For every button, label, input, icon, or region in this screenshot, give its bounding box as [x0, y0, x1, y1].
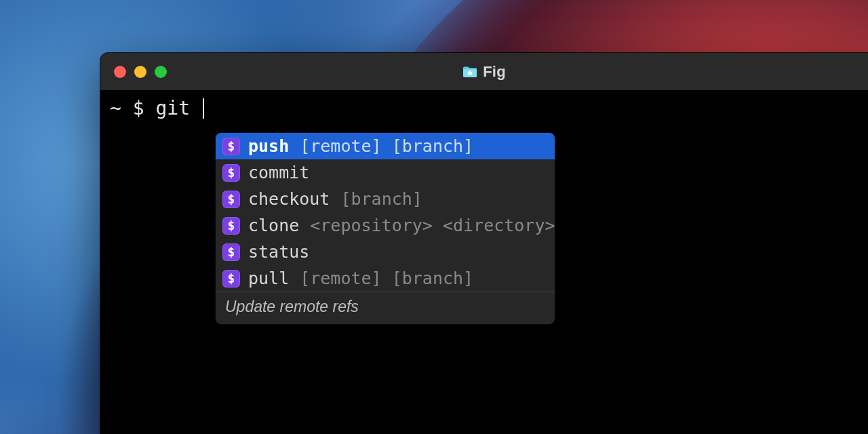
subcommand-icon: $ [222, 243, 240, 261]
autocomplete-item-name: pull [248, 269, 289, 288]
prompt-prefix: ~ $ [110, 97, 155, 119]
autocomplete-item-args: [branch] [340, 189, 422, 209]
autocomplete-item-name: checkout [248, 189, 330, 209]
zoom-button[interactable] [155, 66, 167, 78]
prompt-line: ~ $ git [110, 97, 859, 119]
subcommand-icon: $ [222, 164, 240, 182]
autocomplete-item-clone[interactable]: $clone<repository> <directory> [216, 212, 555, 239]
subcommand-icon: $ [222, 270, 240, 288]
terminal-body[interactable]: ~ $ git [100, 90, 868, 126]
autocomplete-item-push[interactable]: $push[remote] [branch] [216, 133, 555, 159]
text-cursor [203, 98, 204, 119]
autocomplete-item-args: [remote] [branch] [300, 136, 473, 156]
autocomplete-description: Update remote refs [216, 292, 555, 324]
autocomplete-item-status[interactable]: $status [216, 239, 555, 265]
home-folder-icon [462, 66, 477, 78]
close-button[interactable] [114, 66, 126, 78]
autocomplete-item-commit[interactable]: $commit [216, 159, 555, 186]
autocomplete-item-args: <repository> <directory> [310, 216, 555, 235]
traffic-lights [114, 66, 167, 78]
autocomplete-item-name: commit [248, 163, 309, 182]
autocomplete-item-pull[interactable]: $pull[remote] [branch] [216, 265, 555, 292]
titlebar: Fig [100, 53, 868, 90]
subcommand-icon: $ [222, 138, 240, 155]
subcommand-icon: $ [222, 191, 240, 208]
autocomplete-item-name: status [248, 242, 309, 262]
subcommand-icon: $ [222, 217, 240, 235]
autocomplete-item-args: [remote] [branch] [300, 269, 473, 288]
window-title: Fig [483, 63, 506, 81]
autocomplete-popup: $push[remote] [branch]$commit$checkout[b… [216, 133, 555, 324]
prompt-typed: git [155, 97, 201, 119]
autocomplete-item-name: clone [248, 216, 299, 235]
autocomplete-item-name: push [248, 136, 289, 156]
minimize-button[interactable] [134, 66, 146, 78]
autocomplete-item-checkout[interactable]: $checkout[branch] [216, 186, 555, 212]
